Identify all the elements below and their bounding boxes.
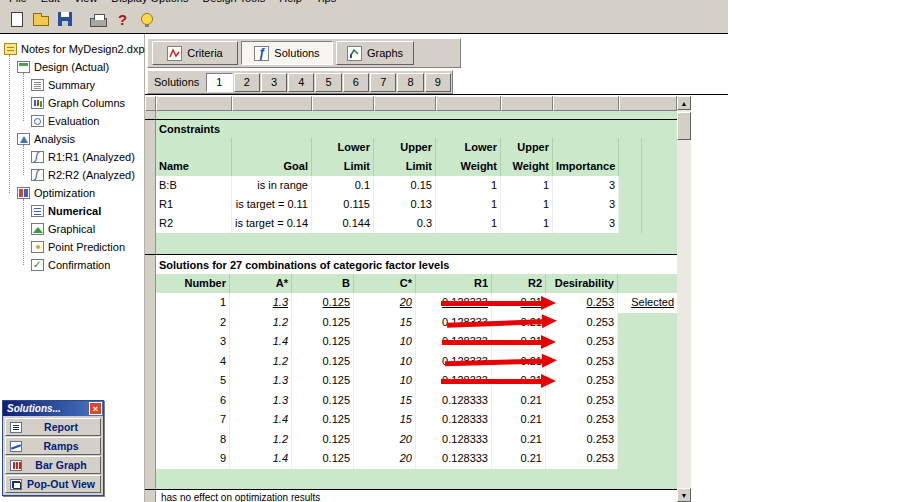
solution-cell-r1: 0.128333 <box>416 430 492 450</box>
sidebar-item-label: R2:R2 (Analyzed) <box>48 169 135 181</box>
menu-view[interactable]: View <box>67 0 105 4</box>
solution-row[interactable]: 2 1.2 0.125 15 0.128333 0.21 0.253 <box>145 313 677 333</box>
solution-number-button-8[interactable]: 8 <box>397 73 423 92</box>
row-gutter <box>145 138 156 157</box>
tab-graphs[interactable]: Graphs <box>336 41 414 65</box>
sidebar-item-numerical[interactable]: Numerical <box>0 202 144 220</box>
vertical-scrollbar[interactable]: ▲ ▼ <box>677 96 691 502</box>
solution-cell-r2: 0.21 <box>492 391 546 411</box>
sidebar-item-evaluation[interactable]: Evaluation <box>0 112 144 130</box>
menu-design-tools[interactable]: Design Tools <box>195 0 272 4</box>
menu-display-options[interactable]: Display Options <box>104 0 195 4</box>
report-icon <box>10 422 22 433</box>
solution-row[interactable]: 4 1.2 0.125 10 0.128333 0.21 0.253 <box>145 352 677 372</box>
palette-titlebar[interactable]: Solutions... × <box>3 401 103 416</box>
sidebar-item-point-prediction[interactable]: Point Prediction <box>0 238 144 256</box>
solution-cell-a: 1.2 <box>230 352 292 372</box>
tips-button[interactable] <box>135 8 158 31</box>
solution-cell-r1: 0.128333 <box>416 410 492 430</box>
constraint-cell: 3 <box>553 214 619 233</box>
pop-out-view-button[interactable]: Pop-Out View <box>5 475 101 493</box>
column-header-cell <box>145 96 156 111</box>
solution-cell-c: 10 <box>354 332 416 352</box>
new-document-icon <box>11 12 23 27</box>
new-document-button[interactable] <box>5 8 28 31</box>
sidebar-item-design[interactable]: Design (Actual) <box>0 58 144 76</box>
save-icon <box>58 12 72 26</box>
row-gutter <box>145 391 156 411</box>
solution-row[interactable]: 8 1.2 0.125 20 0.128333 0.21 0.253 <box>145 430 677 450</box>
header-cell: Name <box>156 157 232 176</box>
solution-cell-number: 1 <box>156 293 230 313</box>
report-button[interactable]: Report <box>5 418 101 436</box>
row-gutter <box>145 430 156 450</box>
constraint-cell: R1 <box>156 195 232 214</box>
solution-row[interactable]: 3 1.4 0.125 10 0.128333 0.21 0.253 <box>145 332 677 352</box>
solution-row[interactable]: 1 1.3 0.125 20 0.128333 0.21 0.253 Selec… <box>145 293 677 313</box>
solution-cell-desirability: 0.253 <box>546 449 618 469</box>
solution-row[interactable]: 9 1.4 0.125 20 0.128333 0.21 0.253 <box>145 449 677 469</box>
ramps-button[interactable]: Ramps <box>5 437 101 455</box>
bar-graph-button[interactable]: Bar Graph <box>5 456 101 474</box>
solution-number-button-4[interactable]: 4 <box>288 73 314 92</box>
solution-row[interactable]: 6 1.3 0.125 15 0.128333 0.21 0.253 <box>145 391 677 411</box>
solution-row[interactable]: 7 1.4 0.125 15 0.128333 0.21 0.253 <box>145 410 677 430</box>
row-gutter <box>145 332 156 352</box>
solution-cell-r2: 0.21 <box>492 430 546 450</box>
sidebar-item-confirmation[interactable]: Confirmation <box>0 256 144 274</box>
help-button[interactable]: ? <box>111 8 134 31</box>
numerical-icon <box>31 205 44 217</box>
solution-number-button-3[interactable]: 3 <box>261 73 287 92</box>
constraint-cell: R2 <box>156 214 232 233</box>
scrollbar-thumb[interactable] <box>677 112 691 140</box>
solution-number-button-5[interactable]: 5 <box>315 73 341 92</box>
sidebar-item-graph-columns[interactable]: Graph Columns <box>0 94 144 112</box>
menu-help[interactable]: Help <box>272 0 309 4</box>
scroll-down-button[interactable]: ▼ <box>677 488 691 502</box>
menu-edit[interactable]: Edit <box>34 0 67 4</box>
print-button[interactable] <box>87 8 110 31</box>
solution-cell-desirability: 0.253 <box>546 293 618 313</box>
column-header-cell <box>501 96 553 111</box>
solution-number-button-7[interactable]: 7 <box>370 73 396 92</box>
menu-file[interactable]: File <box>2 0 34 4</box>
solution-number-button-2[interactable]: 2 <box>234 73 260 92</box>
sidebar-item-optimization[interactable]: Optimization <box>0 184 144 202</box>
app-window: File Edit View Display Options Design To… <box>0 0 900 502</box>
solutions-icon: ƒ <box>254 46 269 61</box>
column-header-cell <box>312 96 374 111</box>
solution-number-button-9[interactable]: 9 <box>425 73 451 92</box>
sidebar-item-notes[interactable]: Notes for MyDesign2.dxp <box>0 40 144 58</box>
menu-tips[interactable]: Tips <box>309 0 343 4</box>
sidebar-item-graphical[interactable]: Graphical <box>0 220 144 238</box>
sidebar-item-analysis[interactable]: Analysis <box>0 130 144 148</box>
scroll-up-button[interactable]: ▲ <box>677 96 691 110</box>
solution-row[interactable]: 5 1.3 0.125 10 0.128333 0.21 0.253 <box>145 371 677 391</box>
confirmation-icon <box>31 259 44 271</box>
open-button[interactable] <box>29 8 52 31</box>
constraint-cell <box>619 214 642 233</box>
header-cell: Importance <box>553 157 619 176</box>
annotation-arrow <box>442 340 541 345</box>
palette-body: Report Ramps Bar Graph Pop-Out View <box>3 416 103 495</box>
row-gutter <box>145 274 156 293</box>
tab-solutions[interactable]: ƒ Solutions <box>241 41 333 65</box>
row-gutter <box>145 449 156 469</box>
solution-cell-extra <box>618 449 677 469</box>
solution-cell-b: 0.125 <box>292 449 354 469</box>
sidebar-item-r2[interactable]: R2:R2 (Analyzed) <box>0 166 144 184</box>
solution-number-button-1[interactable]: 1 <box>206 73 232 92</box>
tab-criteria[interactable]: Criteria <box>152 41 238 65</box>
sidebar-item-summary[interactable]: Summary <box>0 76 144 94</box>
solution-cell-r1: 0.128333 <box>416 449 492 469</box>
save-button[interactable] <box>53 8 76 31</box>
sidebar-item-label: Evaluation <box>48 115 99 127</box>
sidebar-item-r1[interactable]: R1:R1 (Analyzed) <box>0 148 144 166</box>
constraint-cell: 1 <box>501 214 553 233</box>
close-icon[interactable]: × <box>89 402 102 415</box>
solution-cell-desirability: 0.253 <box>546 332 618 352</box>
header-cell: Limit <box>312 157 374 176</box>
sidebar-item-label: Numerical <box>48 205 101 217</box>
sidebar-item-label: Confirmation <box>48 259 110 271</box>
solution-number-button-6[interactable]: 6 <box>343 73 369 92</box>
